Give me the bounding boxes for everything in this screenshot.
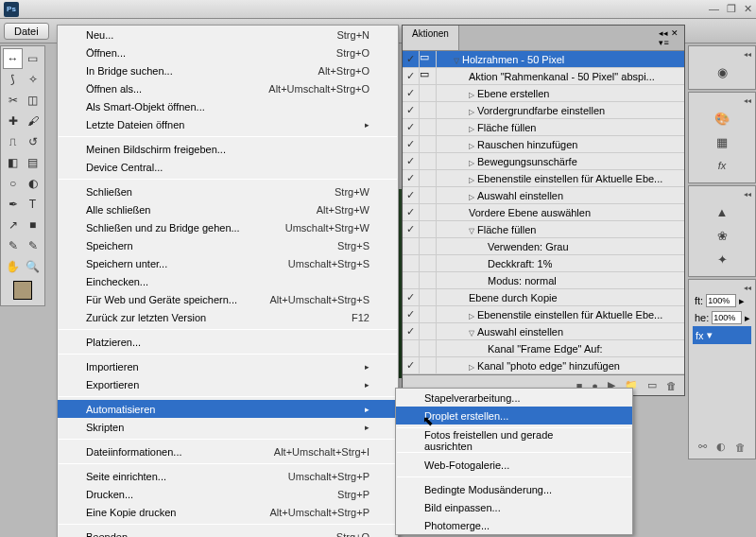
- action-toggle-checkbox[interactable]: ✓: [403, 357, 420, 373]
- wand-tool[interactable]: ✧: [23, 69, 43, 90]
- eraser-tool[interactable]: ◧: [3, 152, 23, 173]
- action-row[interactable]: ✓Vordere Ebene auswählen: [403, 204, 684, 221]
- action-toggle-checkbox[interactable]: ✓: [403, 306, 420, 322]
- history-brush-tool[interactable]: ↺: [23, 131, 43, 152]
- action-row[interactable]: ✓▷Fläche füllen: [403, 119, 684, 136]
- action-row[interactable]: Deckkraft: 1%: [403, 255, 684, 272]
- menu-item[interactable]: Automatisieren: [58, 400, 398, 418]
- action-dialog-checkbox[interactable]: [420, 255, 437, 271]
- action-toggle-checkbox[interactable]: ✓: [403, 289, 420, 305]
- menu-item[interactable]: Platzieren...: [58, 333, 398, 351]
- gradient-tool[interactable]: ▤: [23, 152, 43, 173]
- disclosure-triangle-icon[interactable]: ▷: [469, 363, 474, 372]
- pen-tool[interactable]: ✒: [3, 194, 23, 215]
- submenu-item[interactable]: Fotos freistellen und gerade ausrichten: [396, 431, 632, 449]
- action-row[interactable]: ✓▽Auswahl einstellen: [403, 323, 684, 340]
- layer-row[interactable]: fx▾: [693, 326, 751, 344]
- marquee-tool[interactable]: ▭: [23, 48, 43, 69]
- disclosure-triangle-icon[interactable]: ▽: [469, 227, 474, 235]
- disclosure-triangle-icon[interactable]: ▽: [454, 57, 459, 65]
- action-toggle-checkbox[interactable]: ✓: [403, 119, 420, 135]
- menu-item[interactable]: Drucken...Strg+P: [58, 485, 398, 503]
- action-toggle-checkbox[interactable]: ✓: [403, 153, 420, 169]
- navigator-icon[interactable]: ◉: [712, 61, 732, 82]
- notes-tool[interactable]: ✎: [3, 235, 23, 256]
- disclosure-triangle-icon[interactable]: ▷: [469, 176, 474, 184]
- disclosure-triangle-icon[interactable]: ▷: [469, 125, 474, 133]
- menu-item[interactable]: In Bridge suchen...Alt+Strg+O: [58, 61, 398, 79]
- menu-item[interactable]: Seite einrichten...Umschalt+Strg+P: [58, 467, 398, 485]
- action-dialog-checkbox[interactable]: [420, 272, 437, 288]
- crop-tool[interactable]: ✂: [3, 90, 23, 111]
- menu-item[interactable]: Exportieren: [58, 375, 398, 393]
- menu-item[interactable]: SpeichernStrg+S: [58, 236, 398, 254]
- disclosure-triangle-icon[interactable]: ▷: [469, 108, 474, 116]
- foreground-color-swatch[interactable]: [13, 281, 32, 300]
- delete-button[interactable]: 🗑: [666, 380, 677, 391]
- panel-menu-icon[interactable]: ◂◂ ✕▾≡: [653, 26, 684, 50]
- menu-item[interactable]: Öffnen...Strg+O: [58, 43, 398, 61]
- action-dialog-checkbox[interactable]: [420, 323, 437, 339]
- close-button[interactable]: ✕: [744, 3, 752, 15]
- action-dialog-checkbox[interactable]: [420, 187, 437, 203]
- action-dialog-checkbox[interactable]: [420, 306, 437, 322]
- menu-item[interactable]: Für Web und Geräte speichern...Alt+Umsch…: [58, 290, 398, 308]
- action-dialog-checkbox[interactable]: [420, 340, 437, 356]
- maximize-button[interactable]: ❐: [727, 3, 736, 15]
- minimize-button[interactable]: —: [709, 3, 719, 15]
- action-dialog-checkbox[interactable]: [420, 119, 437, 135]
- trash-icon[interactable]: 🗑: [735, 442, 746, 453]
- action-row[interactable]: ✓Ebene durch Kopie: [403, 289, 684, 306]
- action-toggle-checkbox[interactable]: [403, 255, 420, 271]
- stamp-tool[interactable]: ⎍: [3, 131, 23, 152]
- action-dialog-checkbox[interactable]: [420, 221, 437, 237]
- char-icon[interactable]: ▲: [712, 201, 732, 222]
- swatches-icon[interactable]: ▦: [712, 131, 732, 152]
- path-tool[interactable]: ↗: [3, 215, 23, 235]
- menu-item[interactable]: Einchecken...: [58, 272, 398, 290]
- new-action-button[interactable]: ▭: [647, 379, 657, 391]
- action-toggle-checkbox[interactable]: ✓: [403, 136, 420, 152]
- brush-tool[interactable]: 🖌: [23, 111, 43, 131]
- action-row[interactable]: ✓▷Auswahl einstellen: [403, 187, 684, 204]
- menu-item[interactable]: Speichern unter...Umschalt+Strg+S: [58, 254, 398, 272]
- menu-item[interactable]: Schließen und zu Bridge gehen...Umschalt…: [58, 218, 398, 236]
- action-toggle-checkbox[interactable]: ✓: [403, 221, 420, 237]
- action-row[interactable]: Kanal "Frame Edge" Auf:: [403, 340, 684, 357]
- disclosure-triangle-icon[interactable]: ▷: [469, 91, 474, 99]
- blur-tool[interactable]: ○: [3, 173, 23, 194]
- action-dialog-checkbox[interactable]: [420, 153, 437, 169]
- action-row[interactable]: ✓▷Ebene erstellen: [403, 85, 684, 102]
- menu-item[interactable]: Dateiinformationen...Alt+Umschalt+Strg+I: [58, 442, 398, 460]
- action-toggle-checkbox[interactable]: ✓: [403, 51, 420, 67]
- action-dialog-checkbox[interactable]: [420, 238, 437, 254]
- action-row[interactable]: ✓▷Bewegungsunschärfe: [403, 153, 684, 170]
- submenu-item[interactable]: Bedingte Modusänderung...: [396, 480, 632, 498]
- action-toggle-checkbox[interactable]: [403, 340, 420, 356]
- submenu-item[interactable]: Photomerge...: [396, 516, 632, 534]
- menu-item[interactable]: Als Smart-Objekt öffnen...: [58, 97, 398, 115]
- palette-icon[interactable]: 🎨: [712, 108, 732, 129]
- action-row[interactable]: ✓▭Aktion "Rahmenkanal - 50 Pixel" abspi.…: [403, 68, 684, 85]
- action-toggle-checkbox[interactable]: ✓: [403, 85, 420, 101]
- action-toggle-checkbox[interactable]: ✓: [403, 170, 420, 186]
- actions-tab[interactable]: Aktionen: [403, 26, 459, 50]
- menu-item[interactable]: Alle schließenAlt+Strg+W: [58, 200, 398, 218]
- action-toggle-checkbox[interactable]: [403, 272, 420, 288]
- move-tool[interactable]: ↔: [3, 48, 23, 69]
- shape-tool[interactable]: ■: [23, 215, 43, 235]
- submenu-item[interactable]: Web-Fotogalerie...: [396, 456, 632, 474]
- action-dialog-checkbox[interactable]: [420, 85, 437, 101]
- action-toggle-checkbox[interactable]: ✓: [403, 68, 420, 84]
- menu-item[interactable]: Letzte Dateien öffnen: [58, 115, 398, 133]
- action-row[interactable]: Verwenden: Grau: [403, 238, 684, 255]
- type-tool[interactable]: T: [23, 194, 43, 215]
- para-icon[interactable]: ❀: [712, 225, 732, 246]
- disclosure-triangle-icon[interactable]: ▷: [469, 142, 474, 150]
- action-row[interactable]: ✓▷Ebenenstile einstellen für Aktuelle Eb…: [403, 170, 684, 187]
- heal-tool[interactable]: ✚: [3, 111, 23, 131]
- file-menu-button[interactable]: Datei: [4, 23, 49, 40]
- menu-item[interactable]: Eine Kopie druckenAlt+Umschalt+Strg+P: [58, 503, 398, 521]
- styles-icon[interactable]: fx: [712, 155, 732, 176]
- action-dialog-checkbox[interactable]: [420, 136, 437, 152]
